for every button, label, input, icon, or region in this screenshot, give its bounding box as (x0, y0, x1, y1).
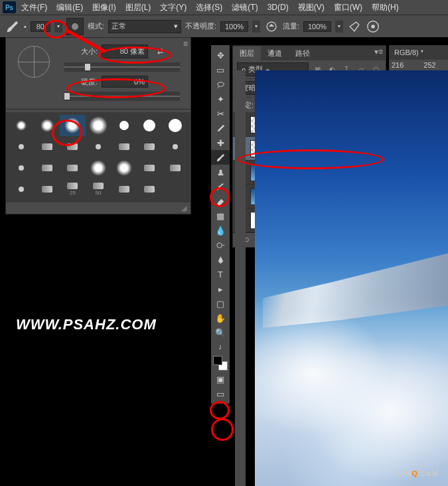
opacity-dropdown[interactable]: ▾ (252, 21, 260, 33)
brush-preset[interactable] (35, 179, 60, 200)
brush-preset[interactable] (60, 157, 86, 179)
brush-preset[interactable]: 25 (60, 179, 86, 200)
pressure-size-icon[interactable] (366, 19, 380, 34)
brush-preset-selected[interactable] (60, 115, 86, 136)
brush-preset[interactable] (162, 136, 188, 157)
path-select-tool[interactable]: ▸ (211, 282, 230, 296)
heal-tool[interactable]: ✚ (211, 135, 230, 150)
blend-mode-select[interactable]: 正常▾ (108, 20, 181, 33)
size-slider[interactable] (64, 62, 180, 72)
hand-tool[interactable]: ✋ (211, 311, 230, 325)
ruler-horizontal: 216252 (389, 60, 448, 70)
brush-preset[interactable] (111, 179, 137, 200)
toolbox: ✥ ▭ ✦ ✂ ✚ ▦ 💧 T ▸ ▢ ✋ 🔍 ⤸ ▣ ▭ (211, 45, 230, 404)
menu-view[interactable]: 视图(V) (294, 1, 329, 15)
tab-channels[interactable]: 通道 (261, 46, 289, 60)
brush-preview-thumb[interactable] (66, 18, 84, 35)
color-swatches[interactable] (213, 356, 228, 370)
options-bar: • 80 ▾ 模式: 正常▾ 不透明度: 100% ▾ 流量: 100% ▾ (0, 15, 448, 37)
foreground-color[interactable] (213, 356, 222, 365)
brush-preset[interactable] (162, 157, 188, 179)
menu-layer[interactable]: 图层(L) (121, 1, 155, 15)
resize-grip-icon[interactable]: ◢ (181, 204, 187, 212)
flow-dropdown[interactable]: ▾ (335, 21, 343, 33)
gradient-tool[interactable]: ▦ (211, 208, 230, 223)
svg-point-6 (216, 242, 222, 248)
quickmask-tool[interactable]: ▣ (211, 372, 230, 386)
tab-paths[interactable]: 路径 (289, 46, 317, 60)
brush-preset[interactable] (35, 115, 60, 136)
brush-preset[interactable] (86, 115, 112, 136)
document-tab[interactable]: RGB/8) * (389, 45, 448, 60)
brush-preset[interactable] (111, 136, 137, 157)
pressure-opacity-icon[interactable] (264, 19, 279, 34)
menu-file[interactable]: 文件(F) (17, 1, 51, 15)
hardness-slider[interactable] (64, 92, 180, 101)
brush-preset[interactable] (137, 136, 163, 157)
brush-size-field[interactable]: 80 (31, 21, 50, 32)
airbrush-icon[interactable] (347, 19, 362, 34)
history-brush-tool[interactable] (211, 179, 230, 194)
zoom-tool[interactable]: 🔍 (211, 325, 230, 340)
brush-preset[interactable] (162, 115, 188, 136)
eraser-tool[interactable] (211, 194, 230, 208)
hardness-input[interactable]: 0% (102, 76, 148, 88)
menu-filter[interactable]: 滤镜(T) (228, 1, 261, 15)
size-label: 大小: (64, 46, 98, 56)
layers-panel-menu-icon[interactable]: ▾≡ (374, 47, 383, 56)
brush-preset[interactable]: 50 (86, 179, 112, 200)
brush-preset[interactable] (9, 179, 35, 200)
brush-tool[interactable] (211, 150, 230, 165)
brush-preset[interactable] (137, 157, 163, 179)
brush-preset[interactable] (9, 115, 35, 136)
brush-preset[interactable] (35, 157, 60, 179)
brush-picker-dropdown[interactable]: ▾ (54, 21, 62, 33)
wand-tool[interactable]: ✦ (211, 92, 230, 106)
brush-preset[interactable] (9, 136, 35, 157)
tab-layers[interactable]: 图层 (233, 46, 261, 60)
panel-tabs: 图层 通道 路径 ▾≡ (233, 46, 386, 60)
brush-preset[interactable] (60, 136, 86, 157)
eyedropper-tool[interactable] (211, 121, 230, 135)
brush-preset[interactable] (111, 157, 137, 179)
brush-preset[interactable] (9, 157, 35, 179)
hardness-label: 硬度: (64, 77, 98, 87)
swap-colors-icon[interactable]: ⤸ (211, 340, 230, 355)
menu-image[interactable]: 图像(I) (88, 1, 119, 15)
dodge-tool[interactable] (211, 238, 230, 252)
brush-size-input[interactable]: 80 像素 (102, 44, 148, 58)
menu-help[interactable]: 帮助(H) (368, 1, 403, 15)
canvas-image[interactable]: UiBQ.CoM (255, 70, 448, 486)
flip-x-icon[interactable]: ⇄ (157, 47, 163, 56)
marquee-tool[interactable]: ▭ (211, 62, 230, 77)
brush-preset[interactable] (162, 179, 188, 200)
menu-3d[interactable]: 3D(D) (263, 1, 293, 13)
brush-preset[interactable] (137, 115, 163, 136)
url-overlay-text: WWW.PSAHZ.COM (16, 316, 157, 333)
svg-point-3 (371, 25, 375, 29)
brush-preset[interactable] (111, 115, 137, 136)
flow-field[interactable]: 100% (303, 21, 331, 32)
crop-tool[interactable]: ✂ (211, 106, 230, 121)
menu-edit[interactable]: 编辑(E) (52, 1, 87, 15)
menu-type[interactable]: 文字(Y) (156, 1, 190, 15)
brush-preset-panel: ≡ 大小: 80 像素 ⇄ 硬度: 0% (5, 37, 191, 214)
brush-preset[interactable] (137, 179, 163, 200)
panel-menu-icon[interactable]: ≡ (183, 39, 188, 48)
brush-preset[interactable] (35, 136, 60, 157)
screenmode-tool[interactable]: ▭ (211, 386, 230, 401)
opacity-field[interactable]: 100% (220, 21, 248, 32)
move-tool[interactable]: ✥ (211, 48, 230, 62)
pen-tool[interactable] (211, 252, 230, 267)
menu-window[interactable]: 窗口(W) (330, 1, 366, 15)
brush-preset[interactable] (86, 136, 112, 157)
stamp-tool[interactable] (211, 165, 230, 179)
type-tool[interactable]: T (211, 267, 230, 282)
menu-select[interactable]: 选择(S) (192, 1, 226, 15)
brush-preset[interactable] (86, 157, 112, 179)
blur-tool[interactable]: 💧 (211, 223, 230, 238)
lasso-tool[interactable] (211, 77, 230, 92)
dot-icon: • (24, 23, 27, 31)
brush-angle-widget[interactable] (18, 46, 50, 78)
shape-tool[interactable]: ▢ (211, 296, 230, 311)
